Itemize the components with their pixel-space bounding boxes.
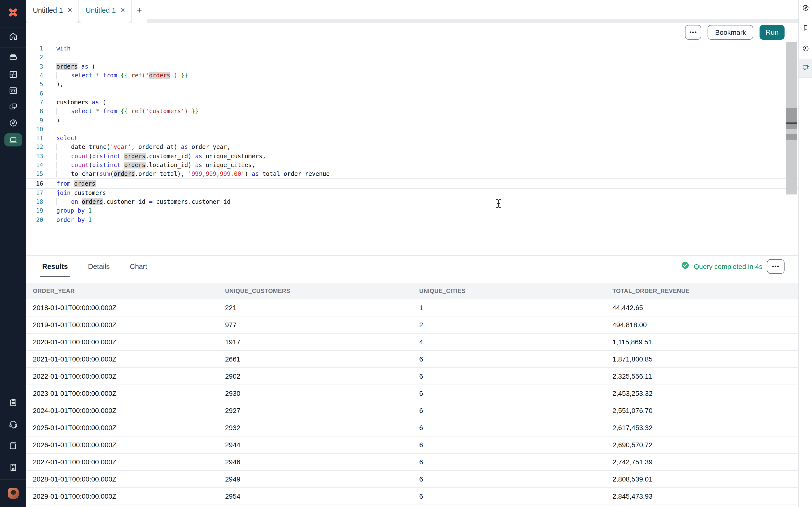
table-row[interactable]: 2019-01-01T00:00:00.000Z9772494,818.00 bbox=[26, 317, 798, 334]
sidebar-item-clipboard[interactable] bbox=[0, 393, 26, 414]
table-row[interactable]: 2023-01-01T00:00:00.000Z293062,453,253.3… bbox=[26, 385, 798, 402]
code-line-2[interactable]: 2 bbox=[26, 53, 798, 62]
results-tab-results[interactable]: Results bbox=[40, 256, 70, 277]
code-token: sum bbox=[99, 171, 110, 178]
table-cell: 2,742,751.39 bbox=[606, 458, 798, 466]
code-line-19[interactable]: 19group by 1 bbox=[26, 207, 798, 216]
table-row[interactable]: 2024-01-01T00:00:00.000Z292762,551,076.7… bbox=[26, 402, 798, 419]
code-text: on orders.customer_id = customers.custom… bbox=[56, 199, 231, 205]
code-line-5[interactable]: 5), bbox=[26, 80, 798, 89]
sidebar-item-building[interactable] bbox=[0, 457, 26, 479]
code-line-18[interactable]: 18 on orders.customer_id = customers.cus… bbox=[26, 198, 798, 207]
code-line-16[interactable]: 16from orders bbox=[26, 178, 798, 188]
sidebar-item-dashboard[interactable] bbox=[0, 67, 26, 83]
table-cell: 2024-01-01T00:00:00.000Z bbox=[26, 407, 218, 414]
table-row[interactable]: 2020-01-01T00:00:00.000Z191741,115,869.5… bbox=[26, 334, 798, 351]
code-line-12[interactable]: 12 date_trunc('year', ordered_at) as ord… bbox=[26, 143, 798, 152]
code-token: customers.customer_id bbox=[152, 199, 231, 205]
table-row[interactable]: 2021-01-01T00:00:00.000Z266161,871,800.8… bbox=[26, 351, 798, 368]
app-logo[interactable] bbox=[0, 0, 26, 27]
bookmark-button[interactable]: Bookmark bbox=[708, 25, 753, 40]
table-row[interactable]: 2029-01-01T00:00:00.000Z295462,845,473.9… bbox=[26, 488, 798, 505]
table-row[interactable]: 2022-01-01T00:00:00.000Z290262,325,556.1… bbox=[26, 368, 798, 385]
sidebar-item-book[interactable] bbox=[0, 436, 26, 457]
table-cell: 6 bbox=[412, 355, 606, 363]
code-line-9[interactable]: 9) bbox=[26, 116, 798, 125]
run-button[interactable]: Run bbox=[760, 25, 784, 40]
right-sidebar-item-compass[interactable] bbox=[799, 0, 812, 18]
editor-toolbar: ••• Bookmark Run bbox=[26, 23, 798, 42]
code-lines: 1with23orders as (4 select * from {{ ref… bbox=[26, 44, 798, 224]
code-token bbox=[117, 72, 120, 79]
line-number: 8 bbox=[26, 108, 43, 115]
code-line-4[interactable]: 4 select * from {{ ref('orders') }} bbox=[26, 71, 798, 80]
user-avatar[interactable] bbox=[8, 488, 18, 499]
code-line-1[interactable]: 1with bbox=[26, 44, 798, 53]
sidebar-item-windows[interactable] bbox=[0, 100, 26, 116]
table-cell: 2 bbox=[412, 321, 606, 329]
sidebar-item-terminal-laptop[interactable] bbox=[0, 132, 26, 148]
line-number: 3 bbox=[26, 63, 43, 70]
right-sidebar-item-clock[interactable] bbox=[799, 40, 812, 59]
table-row[interactable]: 2030-01-01T00:00:00.000Z287961,841,049.3… bbox=[26, 505, 798, 507]
code-line-14[interactable]: 14 count(distinct orders.location_id) as… bbox=[26, 161, 798, 170]
code-token: distinct bbox=[92, 162, 121, 169]
new-tab-button[interactable]: + bbox=[132, 0, 147, 23]
code-line-17[interactable]: 17join customers bbox=[26, 188, 798, 198]
sidebar-item-home[interactable] bbox=[0, 27, 26, 48]
code-token: on bbox=[71, 199, 78, 205]
sidebar-item-inbox[interactable] bbox=[0, 48, 26, 67]
scrollbar-thumb[interactable] bbox=[786, 108, 797, 129]
code-line-6[interactable]: 6 bbox=[26, 89, 798, 98]
line-number: 7 bbox=[26, 99, 43, 106]
scrollbar-thumb-secondary[interactable] bbox=[786, 134, 797, 139]
line-number: 17 bbox=[26, 189, 43, 196]
table-cell: 2,453,253.32 bbox=[606, 389, 798, 397]
building-icon bbox=[8, 462, 18, 474]
code-token bbox=[85, 217, 88, 223]
table-row[interactable]: 2027-01-01T00:00:00.000Z294662,742,751.3… bbox=[26, 454, 798, 471]
code-line-8[interactable]: 8 select * from {{ ref('customers') }} bbox=[26, 107, 798, 116]
code-line-13[interactable]: 13 count(distinct orders.customer_id) as… bbox=[26, 152, 798, 161]
code-line-7[interactable]: 7customers as ( bbox=[26, 98, 798, 107]
more-options-button[interactable]: ••• bbox=[685, 25, 701, 40]
sidebar-item-compass[interactable] bbox=[0, 116, 26, 132]
code-line-15[interactable]: 15 to_char(sum(orders.order_total), '999… bbox=[26, 169, 798, 178]
table-row[interactable]: 2025-01-01T00:00:00.000Z293262,617,453.3… bbox=[26, 419, 798, 437]
results-menu-button[interactable]: ••• bbox=[767, 259, 784, 274]
editor-scrollbar[interactable] bbox=[786, 42, 797, 194]
tab-close-icon[interactable]: ✕ bbox=[120, 7, 125, 13]
right-sidebar-item-bookmark[interactable] bbox=[799, 18, 812, 40]
results-tab-chart[interactable]: Chart bbox=[128, 256, 149, 277]
code-token: ( bbox=[110, 171, 113, 178]
code-text: select * from {{ ref('orders') }} bbox=[56, 72, 188, 79]
sql-editor[interactable]: 1with23orders as (4 select * from {{ ref… bbox=[26, 42, 798, 255]
table-body: 2018-01-01T00:00:00.000Z221144,442.65201… bbox=[26, 299, 798, 507]
table-row[interactable]: 2018-01-01T00:00:00.000Z221144,442.65 bbox=[26, 299, 798, 317]
code-line-11[interactable]: 11select bbox=[26, 134, 798, 143]
code-text: to_char(sum(orders.order_total), '999,99… bbox=[56, 171, 330, 178]
main-area: Untitled 1✕Untitled 1✕+ ••• Bookmark Run… bbox=[26, 0, 798, 507]
table-row[interactable]: 2028-01-01T00:00:00.000Z294962,808,539.0… bbox=[26, 471, 798, 488]
table-cell: 1917 bbox=[218, 338, 412, 346]
code-token bbox=[56, 162, 71, 169]
line-number: 11 bbox=[26, 135, 43, 142]
results-tab-details[interactable]: Details bbox=[86, 256, 112, 277]
code-line-20[interactable]: 20order by 1 bbox=[26, 215, 798, 224]
sidebar-item-code-window[interactable] bbox=[0, 83, 26, 100]
code-line-3[interactable]: 3orders as ( bbox=[26, 62, 798, 71]
right-sidebar-item-ai-assistant[interactable] bbox=[799, 59, 812, 78]
editor-tab-1[interactable]: Untitled 1✕ bbox=[26, 0, 79, 23]
table-row[interactable]: 2026-01-01T00:00:00.000Z294462,690,570.7… bbox=[26, 437, 798, 454]
app-window: Untitled 1✕Untitled 1✕+ ••• Bookmark Run… bbox=[0, 0, 812, 507]
code-token bbox=[92, 72, 96, 79]
tab-close-icon[interactable]: ✕ bbox=[67, 7, 72, 13]
sidebar-item-headset[interactable] bbox=[0, 414, 26, 436]
table-cell: 6 bbox=[412, 372, 606, 380]
code-line-10[interactable]: 10 bbox=[26, 125, 798, 134]
table-cell: 2,617,453.32 bbox=[606, 424, 798, 432]
results-panel: ResultsDetailsChart Query completed in 4… bbox=[26, 255, 798, 507]
results-tab-bar: ResultsDetailsChart Query completed in 4… bbox=[26, 256, 798, 277]
code-text: ), bbox=[56, 81, 63, 88]
editor-tab-2[interactable]: Untitled 1✕ bbox=[79, 0, 132, 23]
